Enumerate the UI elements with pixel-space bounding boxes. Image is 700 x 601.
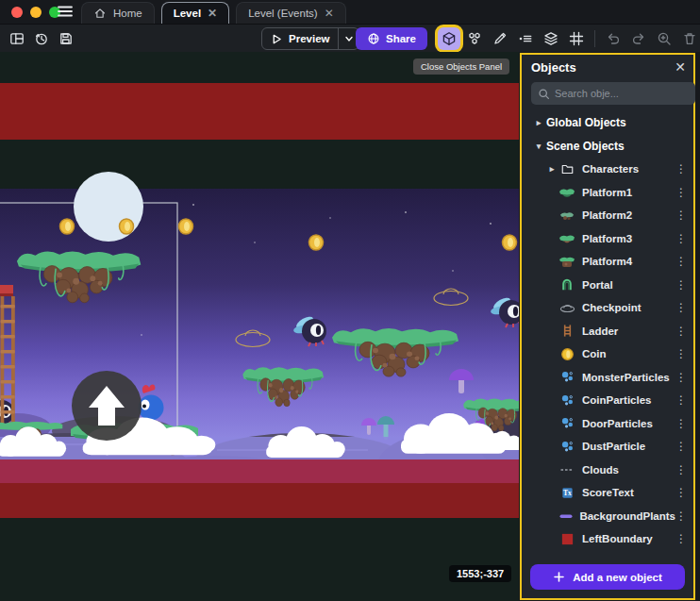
object-label: Platform2 [582,209,632,221]
object-label: ScoreText [582,487,634,498]
toolbar-right-icons [438,27,700,50]
object-menu-icon[interactable]: ⋮ [675,278,687,292]
add-new-object-button[interactable]: Add a new object [530,564,685,590]
share-label: Share [386,33,416,44]
object-menu-icon[interactable]: ⋮ [675,509,687,523]
object-menu-icon[interactable]: ⋮ [675,301,687,314]
search-row [531,81,686,106]
history-icon[interactable] [30,27,53,50]
chevron-down-icon: ▾ [533,142,544,151]
layers-icon[interactable] [540,27,562,50]
object-row[interactable]: Coin⋮ [522,342,693,366]
object-row[interactable]: Platform4⋮ [522,250,693,274]
object-row[interactable]: Clouds⋮ [522,459,693,482]
close-tab-icon[interactable]: ✕ [208,8,217,19]
platform-a-thumbnail-icon [558,185,576,200]
object-menu-icon[interactable]: ⋮ [675,463,687,476]
minimize-window-button[interactable] [30,7,42,18]
tree-section[interactable]: ▾ Scene Objects [522,135,693,159]
search-input[interactable] [555,88,689,99]
preview-split-button: Preview [261,27,359,50]
coin-object[interactable] [309,235,324,250]
object-row[interactable]: Platform2⋮ [522,204,693,227]
object-menu-icon[interactable]: ⋮ [675,486,687,499]
close-tab-icon[interactable]: ✕ [325,8,334,19]
preview-button[interactable]: Preview [262,33,338,45]
particles-thumbnail-icon [558,416,576,431]
object-row[interactable]: DoorParticles⋮ [522,412,693,436]
save-icon[interactable] [55,27,77,50]
tab-home[interactable]: Home [81,2,155,24]
object-label: LeftBoundary [582,533,653,544]
coin-object[interactable] [60,219,75,234]
jump-touch-button[interactable] [72,371,142,441]
home-icon [93,7,107,20]
object-label: Platform4 [582,256,632,267]
scene-editor-canvas[interactable] [0,52,519,601]
moon-cloud-object[interactable] [74,172,143,242]
object-menu-icon[interactable]: ⋮ [675,255,687,268]
instance-properties-icon[interactable] [514,27,537,50]
object-row[interactable]: Portal⋮ [522,274,693,297]
object-menu-icon[interactable]: ⋮ [675,532,687,545]
object-menu-icon[interactable]: ⋮ [675,209,687,222]
play-icon [271,33,283,45]
platform-c-thumbnail-icon [558,231,576,246]
object-menu-icon[interactable]: ⋮ [675,371,687,384]
object-row[interactable]: Platform3⋮ [522,227,693,251]
share-button[interactable]: Share [356,27,427,50]
coin-thumbnail-icon [558,346,576,361]
object-row[interactable]: MonsterParticles⋮ [522,366,693,390]
object-row[interactable]: Checkpoint⋮ [522,296,693,320]
objects-panel-header: Objects ✕ [522,55,693,77]
ladder-thumbnail-icon [558,324,576,339]
bottom-pink-band [0,459,519,483]
undo-icon[interactable] [602,27,625,50]
object-menu-icon[interactable]: ⋮ [675,186,687,199]
object-row[interactable]: Tx ScoreText⋮ [522,481,693,505]
tab-level[interactable]: Level✕ [161,2,229,24]
object-menu-icon[interactable]: ⋮ [675,417,687,430]
object-row[interactable]: BackgroundPlants⋮ [522,505,693,528]
coin-object[interactable] [503,235,517,250]
tree-section[interactable]: ▸ Global Objects [522,111,693,135]
object-menu-icon[interactable]: ⋮ [675,325,687,338]
close-panel-tooltip: Close Objects Panel [413,58,509,75]
tab-label: Home [113,8,142,19]
object-menu-icon[interactable]: ⋮ [675,440,687,453]
objects-cube-icon[interactable] [438,27,460,50]
object-row[interactable]: LeftBoundary⋮ [522,527,693,551]
object-row[interactable]: Ladder⋮ [522,320,693,343]
preview-label: Preview [289,33,329,44]
object-groups-icon[interactable] [463,27,486,50]
close-window-button[interactable] [11,7,23,18]
section-label: Global Objects [546,116,626,129]
tab-label: Level (Events) [248,8,318,19]
zoom-in-icon[interactable] [653,27,675,50]
trash-icon[interactable] [678,27,700,50]
title-bar: HomeLevel✕Level (Events)✕ [0,0,700,24]
object-label: CoinParticles [582,394,652,406]
particles-thumbnail-icon [558,370,576,385]
tab-level-events-[interactable]: Level (Events)✕ [236,2,346,24]
object-row[interactable]: CoinParticles⋮ [522,389,693,412]
pencil-icon[interactable] [489,27,511,50]
globe-icon [367,32,380,45]
tree-folder[interactable]: ▸ Characters⋮ [522,158,693,181]
coin-object[interactable] [120,219,134,234]
toolbar-separator [594,30,595,47]
grid-icon[interactable] [565,27,588,50]
panels-icon[interactable] [6,27,28,50]
redo-icon[interactable] [627,27,650,50]
object-label: Platform1 [582,187,632,198]
object-menu-icon[interactable]: ⋮ [675,347,687,360]
object-menu-icon[interactable]: ⋮ [675,393,687,407]
object-menu-icon[interactable]: ⋮ [675,162,687,175]
object-row[interactable]: Platform1⋮ [522,181,693,205]
coin-object[interactable] [179,219,193,234]
object-row[interactable]: DustParticle⋮ [522,435,693,459]
main-menu-icon[interactable] [55,4,75,21]
cursor-coordinates-badge: 1553;-337 [449,565,511,582]
object-menu-icon[interactable]: ⋮ [675,232,687,245]
close-panel-button[interactable]: ✕ [675,60,686,74]
